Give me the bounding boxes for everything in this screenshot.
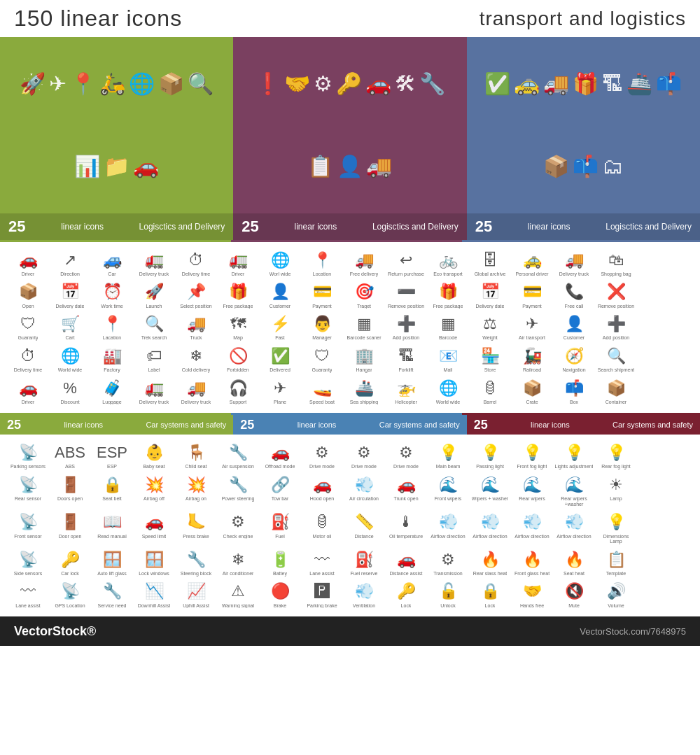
icon-cell: 🔥Front glass heat (511, 547, 553, 579)
icon-label: GPS Location (55, 603, 85, 609)
icon-symbol: 🗺 (230, 314, 246, 334)
icon-cell: 🛡Guaranty (301, 344, 343, 376)
icon-symbol: 🔧 (229, 475, 248, 495)
car-header-green-label: linear icons (64, 421, 103, 429)
icon-cell: 💨Airflow direction (511, 510, 553, 547)
icon-label: Volume (608, 603, 624, 609)
icon-symbol: 🌊 (523, 475, 542, 495)
icon-cell: ➕Add position (385, 311, 427, 344)
icon-label: Payment (522, 304, 542, 309)
banner-purple: ❗ 🤝 ⚙ 🔑 🚗 🛠 🔧 📋 👤 🚚 25 linear icons Logi… (233, 37, 466, 240)
icon-cell: 🚛Delivery truck (133, 248, 175, 280)
icon-label: Lock (485, 603, 496, 609)
icon-label: Speed limit (142, 534, 167, 539)
icon-symbol: 🎧 (229, 379, 248, 398)
icon-label: Delivered (270, 367, 290, 373)
icon-cell: ✈Plane (259, 376, 301, 408)
icon-symbol: ⏰ (103, 283, 122, 302)
icon-symbol: 🚤 (313, 379, 332, 398)
wrench-icon: 🔧 (419, 73, 445, 94)
icon-cell: 🚚Delivery truck (175, 376, 217, 408)
person-icon: 👤 (337, 156, 363, 177)
icon-symbol: 🦶 (187, 513, 206, 532)
check-icon: ✅ (484, 73, 510, 94)
icon-grid-row9: 📡Side sensors🔑Car lock🪟Auto lift glass🪟L… (7, 547, 693, 579)
car-header-red: 25 linear icons Car systems and safety (467, 415, 700, 435)
icon-label: Discount (60, 400, 79, 405)
icon-cell: 🚛Driver (217, 248, 259, 280)
icon-cell: 📡GPS Location (49, 579, 91, 612)
icon-symbol: ➕ (397, 314, 416, 334)
icon-label: Shopping bag (601, 271, 631, 277)
icon-symbol: 📫 (565, 379, 584, 398)
icon-cell: ❄Air conditioner (217, 547, 259, 579)
icon-symbol: 📋 (607, 550, 626, 570)
icon-label: Steering block (181, 571, 211, 577)
icon-symbol: 🪟 (145, 550, 164, 570)
clipboard-icon: 📋 (307, 156, 333, 177)
icon-label: Barcode (439, 335, 457, 341)
icon-label: Label (148, 367, 160, 373)
icon-label: Distance assist (389, 571, 422, 577)
icon-cell: 📦Container (595, 376, 637, 408)
icon-symbol: 🚗 (313, 475, 332, 495)
icon-label: Front sensor (14, 534, 41, 539)
icon-cell: 🧭Navigation (553, 344, 595, 376)
icon-label: Passing light (476, 464, 504, 470)
icon-label: Side sensors (14, 571, 42, 577)
icon-cell: 📍Location (301, 248, 343, 280)
icon-symbol: 📏 (355, 513, 374, 532)
icon-label: Manager (312, 335, 332, 341)
icon-symbol: 📌 (187, 283, 206, 302)
icon-cell: 🌊Wipers + washer (469, 472, 511, 509)
icon-label: Delivery truck (181, 400, 211, 405)
icon-cell: 👨Manager (301, 311, 343, 344)
icon-label: Airflow direction (514, 534, 549, 539)
icon-label: Rear fog light (601, 464, 631, 470)
icon-label: Air conditioner (223, 571, 254, 577)
folder-icon: 📁 (104, 156, 130, 177)
icon-label: Hood open (310, 496, 334, 502)
icon-symbol: ↗ (64, 251, 76, 270)
icon-label: Railroad (523, 367, 541, 373)
icon-symbol: 📅 (61, 283, 80, 302)
icon-label: Lane assist (15, 603, 40, 609)
icon-symbol: ⏱ (188, 251, 204, 270)
icon-cell: 🔒Seat belt (91, 472, 133, 509)
car-icon: 🚗 (133, 156, 159, 177)
icon-label: Delivery truck (139, 400, 169, 405)
icon-symbol: ❌ (607, 283, 626, 302)
icon-cell: 🎯Traget (343, 280, 385, 312)
icon-symbol: 🔑 (61, 550, 80, 570)
icon-cell: 📡Side sensors (7, 547, 49, 579)
icon-cell: ⏱Delivery time (175, 248, 217, 280)
car2-icon: 🚗 (365, 73, 391, 94)
icon-cell: ☀Lamp (595, 472, 637, 509)
icon-symbol: 📡 (19, 513, 38, 532)
icon-label: Distance (354, 534, 373, 539)
icon-cell: ▦Barcode (427, 311, 469, 344)
icon-label: Lamp (610, 496, 622, 502)
icon-symbol: 💥 (145, 475, 164, 495)
icon-cell: 💥Airbag on (175, 472, 217, 509)
icon-label: Work time (101, 304, 122, 309)
icon-cell: ➕Add position (595, 311, 637, 344)
icon-grid-row5: 🚗Driver%Discount🧳Luggage🚛Delivery truck🚚… (7, 376, 693, 408)
icon-label: Front glass heat (514, 571, 550, 577)
icon-label: Auto lift glass (97, 571, 127, 577)
icon-label: Traget (357, 304, 371, 309)
icon-symbol: 🛍 (608, 251, 624, 270)
footer: VectorStock® VectorStock.com/7648975 (0, 616, 700, 646)
icon-symbol: 💡 (565, 443, 584, 463)
icon-symbol: ❄ (190, 346, 202, 366)
icon-symbol: 🚛 (229, 251, 248, 270)
icon-symbol: ⚡ (271, 314, 290, 334)
icon-cell: 💡Rear fog light (595, 440, 637, 472)
icon-symbol: 🗄 (482, 251, 498, 270)
icon-cell: 🚛Delivery truck (133, 376, 175, 408)
rocket-icon: 🚀 (20, 73, 46, 94)
icon-grid-row1: 🚗Driver↗Direction🚙Car🚛Delivery truck⏱Del… (7, 248, 693, 280)
icon-cell: 🔥Rear slass heat (469, 547, 511, 579)
icon-label: Parking sensors (10, 464, 46, 470)
icon-label: Motor oil (313, 534, 332, 539)
